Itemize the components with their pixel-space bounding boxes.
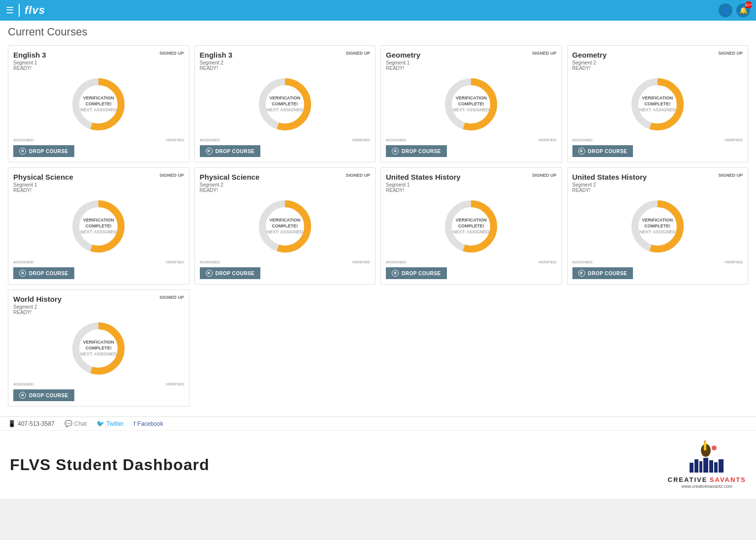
donut-label: VERIFICATION COMPLETE! NEXT: ASSIGNED (639, 95, 676, 113)
svg-rect-21 (703, 458, 708, 473)
svg-rect-18 (690, 463, 693, 473)
drop-course-button[interactable]: ✕ DROP COURSE (386, 267, 447, 279)
label-verified: VERIFIED (724, 260, 743, 264)
drop-course-button[interactable]: ✕ DROP COURSE (572, 267, 633, 279)
donut-container: VERIFICATION COMPLETE! NEXT: ASSIGNED (13, 197, 184, 256)
notifications-icon-button[interactable]: 🔔 40+ (736, 3, 750, 17)
course-name: English 3 (200, 51, 371, 59)
course-name: World History (13, 295, 184, 303)
course-status-top: SIGNED UP (159, 51, 184, 56)
course-bottom-labels: ASSIGNED VERIFIED (572, 138, 743, 142)
course-card: World History Segment 2 READY! SIGNED UP… (8, 289, 189, 407)
course-bottom-labels: ASSIGNED VERIFIED (386, 260, 557, 264)
donut-line2: COMPLETE! (80, 223, 117, 229)
drop-course-label: DROP COURSE (402, 271, 441, 276)
course-name: United States History (572, 173, 743, 181)
course-name: Geometry (386, 51, 557, 59)
chat-footer-item[interactable]: 💬 Chat (64, 420, 87, 427)
drop-course-label: DROP COURSE (588, 149, 628, 154)
donut-line1: VERIFICATION (80, 95, 117, 101)
label-verified: VERIFIED (352, 260, 370, 264)
course-bottom-labels: ASSIGNED VERIFIED (572, 260, 743, 264)
course-name: Physical Science (13, 173, 184, 181)
twitter-footer-item[interactable]: 🐦 Twitter (96, 420, 124, 427)
label-verified: VERIFIED (166, 382, 184, 386)
donut-line2: COMPLETE! (267, 101, 303, 107)
label-assigned: ASSIGNED (572, 138, 593, 142)
label-verified: VERIFIED (538, 138, 557, 142)
phone-icon: 📱 (8, 420, 16, 427)
svg-rect-26 (704, 442, 706, 450)
donut-line2: COMPLETE! (453, 101, 489, 107)
course-ready: READY! (572, 65, 743, 71)
donut-next: NEXT: ASSIGNED (80, 107, 117, 113)
donut-next: NEXT: ASSIGNED (453, 229, 489, 235)
drop-x-icon: ✕ (578, 148, 585, 155)
facebook-footer-item[interactable]: f Facebook (133, 420, 163, 427)
course-status-top: SIGNED UP (718, 51, 743, 56)
profile-icon-button[interactable]: 👤 (719, 3, 732, 17)
course-card: United States History Segment 2 READY! S… (567, 167, 749, 285)
donut-next: NEXT: ASSIGNED (80, 351, 117, 357)
donut-next: NEXT: ASSIGNED (80, 229, 117, 235)
drop-course-button[interactable]: ✕ DROP COURSE (13, 389, 74, 401)
course-segment: Segment 2 (13, 304, 184, 310)
course-bottom-labels: ASSIGNED VERIFIED (200, 138, 371, 142)
page-title: Current Courses (8, 26, 748, 38)
donut-label: VERIFICATION COMPLETE! NEXT: ASSIGNED (80, 218, 117, 235)
course-card: English 3 Segment 2 READY! SIGNED UP VER… (194, 45, 376, 162)
course-name: United States History (386, 173, 557, 181)
label-assigned: ASSIGNED (386, 138, 406, 142)
course-ready: READY! (386, 65, 557, 71)
drop-course-button[interactable]: ✕ DROP COURSE (572, 145, 633, 157)
course-card: English 3 Segment 1 READY! SIGNED UP VER… (8, 45, 189, 162)
course-grid: English 3 Segment 1 READY! SIGNED UP VER… (8, 45, 748, 407)
drop-course-button[interactable]: ✕ DROP COURSE (386, 145, 447, 157)
course-status-top: SIGNED UP (346, 51, 370, 56)
label-verified: VERIFIED (538, 260, 557, 264)
drop-course-button[interactable]: ✕ DROP COURSE (200, 145, 261, 157)
drop-course-label: DROP COURSE (588, 271, 628, 276)
donut-line1: VERIFICATION (80, 218, 117, 223)
course-status-top: SIGNED UP (159, 173, 184, 178)
label-assigned: ASSIGNED (13, 138, 33, 142)
donut-line1: VERIFICATION (453, 218, 489, 223)
donut-container: VERIFICATION COMPLETE! NEXT: ASSIGNED (572, 197, 743, 256)
chat-icon: 💬 (64, 420, 72, 427)
donut-label: VERIFICATION COMPLETE! NEXT: ASSIGNED (267, 218, 303, 235)
drop-course-button[interactable]: ✕ DROP COURSE (13, 267, 74, 279)
phone-number: 407-513-3587 (18, 420, 55, 427)
donut-label: VERIFICATION COMPLETE! NEXT: ASSIGNED (80, 95, 117, 113)
donut-label: VERIFICATION COMPLETE! NEXT: ASSIGNED (453, 95, 489, 113)
course-card: Physical Science Segment 1 READY! SIGNED… (8, 167, 189, 285)
label-verified: VERIFIED (724, 138, 743, 142)
course-ready: READY! (13, 310, 184, 315)
course-ready: READY! (200, 65, 371, 71)
logo-url: www.creativesavantz.com (682, 484, 733, 489)
donut-line2: COMPLETE! (80, 346, 117, 351)
drop-x-icon: ✕ (19, 148, 26, 155)
logo: flvs (19, 4, 45, 17)
logo-creative-text: CREATIVE (668, 476, 708, 483)
course-card: United States History Segment 1 READY! S… (380, 167, 562, 285)
donut-container: VERIFICATION COMPLETE! NEXT: ASSIGNED (572, 75, 743, 134)
course-segment: Segment 2 (572, 60, 743, 65)
drop-course-button[interactable]: ✕ DROP COURSE (13, 145, 74, 157)
course-status-top: SIGNED UP (532, 173, 557, 178)
course-status-top: SIGNED UP (718, 173, 743, 178)
course-bottom-labels: ASSIGNED VERIFIED (200, 260, 371, 264)
main-content: Current Courses English 3 Segment 1 READ… (0, 21, 756, 416)
menu-icon[interactable]: ☰ (6, 5, 14, 16)
course-card: Geometry Segment 2 READY! SIGNED UP VERI… (567, 45, 749, 162)
drop-course-button[interactable]: ✕ DROP COURSE (200, 267, 261, 279)
phone-footer-item[interactable]: 📱 407-513-3587 (8, 420, 55, 427)
drop-x-icon: ✕ (392, 270, 399, 277)
drop-x-icon: ✕ (19, 392, 26, 399)
course-segment: Segment 1 (386, 182, 557, 188)
chat-label: Chat (74, 420, 87, 427)
drop-course-label: DROP COURSE (216, 271, 255, 276)
donut-line1: VERIFICATION (639, 95, 676, 101)
label-verified: VERIFIED (352, 138, 370, 142)
donut-line2: COMPLETE! (267, 223, 303, 229)
drop-course-label: DROP COURSE (29, 393, 68, 398)
